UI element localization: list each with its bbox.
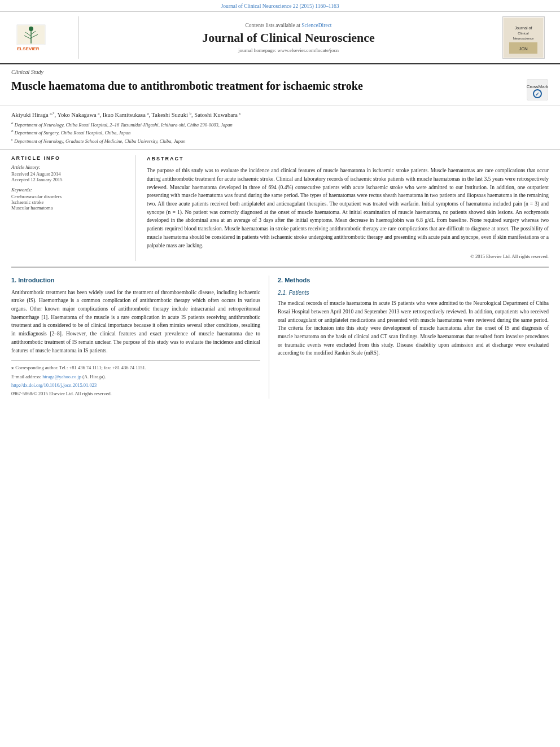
- affiliations: a Department of Neurology, Chiba Rosai H…: [11, 120, 549, 145]
- section2-subsection: 2.1. Patients: [278, 289, 549, 298]
- author-suzuki: Takeshi Suzuki b: [152, 112, 191, 118]
- section2-text: The medical records of muscle haematoma …: [278, 299, 549, 357]
- journal-name: Journal of Clinical Neuroscience: [202, 30, 375, 45]
- svg-text:Clinical: Clinical: [518, 32, 528, 35]
- body-section: 1. Introduction Antithrombotic treatment…: [11, 267, 549, 399]
- journal-header: ELSEVIER Contents lists available at Sci…: [0, 12, 560, 64]
- footnote-issn: 0967-5868/© 2015 Elsevier Ltd. All right…: [11, 390, 260, 397]
- footnote-area: ⁎ Corresponding author. Tel.: +81 436 74…: [11, 360, 260, 397]
- abstract-heading: ABSTRACT: [147, 155, 549, 163]
- svg-text:Journal of: Journal of: [515, 26, 532, 30]
- history-label: Article history:: [11, 164, 126, 170]
- svg-text:✓: ✓: [535, 91, 540, 97]
- footnote-email: E-mail address: hiraga@yahoo.co.jp (A. H…: [11, 373, 260, 381]
- author-kamitsukasa: Ikuo Kamitsukasa a: [103, 112, 149, 118]
- article-info-heading: ARTICLE INFO: [11, 155, 126, 161]
- journal-homepage: journal homepage: www.elsevier.com/locat…: [238, 47, 339, 53]
- sciencedirect-link[interactable]: ScienceDirect: [301, 23, 331, 28]
- accepted-date: Accepted 12 January 2015: [11, 177, 126, 182]
- section1-heading: 1. Introduction: [11, 276, 260, 285]
- keyword-3: Muscular haematoma: [11, 205, 126, 211]
- affiliation-c: c Department of Neurology, Graduate Scho…: [11, 137, 549, 145]
- author-kuwabara: Satoshi Kuwabara c: [194, 112, 240, 118]
- affiliation-b: b Department of Surgery, Chiba Rosai Hos…: [11, 128, 549, 137]
- footnote-corresponding: ⁎ Corresponding author. Tel.: +81 436 74…: [11, 364, 260, 372]
- journal-title-area: Contents lists available at ScienceDirec…: [79, 16, 498, 59]
- authors-line: Akiyuki Hiraga a,*, Yoko Nakagawa a, Iku…: [11, 111, 549, 118]
- publisher-logo-area: ELSEVIER: [6, 16, 79, 59]
- received-date: Received 24 August 2014: [11, 171, 126, 177]
- article-info-column: ARTICLE INFO Article history: Received 2…: [11, 155, 135, 260]
- crossmark-badge: CrossMark ✓: [526, 78, 549, 101]
- main-content: ARTICLE INFO Article history: Received 2…: [0, 149, 560, 399]
- journal-logo: Journal of Clinical Neuroscience JCN: [502, 16, 545, 59]
- elsevier-logo: ELSEVIER: [14, 22, 65, 53]
- copyright-line: © 2015 Elsevier Ltd. All rights reserved…: [147, 253, 549, 260]
- keyword-1: Cerebrovascular disorders: [11, 194, 126, 199]
- footnote-doi: http://dx.doi.org/10.1016/j.jocn.2015.01…: [11, 382, 260, 389]
- svg-text:CrossMark: CrossMark: [527, 84, 548, 89]
- contents-text: Contents lists available at: [245, 23, 301, 28]
- article-title-section: Muscle haematoma due to antithrombotic t…: [0, 76, 560, 106]
- article-type-label: Clinical Study: [0, 64, 560, 76]
- journal-citation-bar: Journal of Clinical Neuroscience 22 (201…: [0, 0, 560, 12]
- authors-section: Akiyuki Hiraga a,*, Yoko Nakagawa a, Iku…: [0, 106, 560, 149]
- journal-logo-area: Journal of Clinical Neuroscience JCN: [498, 16, 549, 59]
- footnote-email-link[interactable]: hiraga@yahoo.co.jp: [42, 374, 81, 379]
- info-abstract-section: ARTICLE INFO Article history: Received 2…: [11, 150, 549, 267]
- body-right-column: 2. Methods 2.1. Patients The medical rec…: [269, 276, 549, 399]
- svg-point-7: [29, 27, 33, 31]
- svg-text:JCN: JCN: [519, 46, 528, 51]
- author-hiraga: Akiyuki Hiraga a,*: [11, 112, 55, 118]
- section1-text: Antithrombotic treatment has been widely…: [11, 289, 260, 355]
- section2-heading: 2. Methods: [278, 276, 549, 285]
- keywords-label: Keywords:: [11, 187, 126, 193]
- contents-available-line: Contents lists available at ScienceDirec…: [245, 23, 331, 28]
- doi-link[interactable]: http://dx.doi.org/10.1016/j.jocn.2015.01…: [11, 382, 97, 388]
- body-left-column: 1. Introduction Antithrombotic treatment…: [11, 276, 269, 399]
- journal-citation-text: Journal of Clinical Neuroscience 22 (201…: [221, 3, 339, 9]
- abstract-column: ABSTRACT The purpose of this study was t…: [135, 155, 549, 260]
- abstract-text: The purpose of this study was to evaluat…: [147, 167, 549, 250]
- keyword-2: Ischaemic stroke: [11, 199, 126, 205]
- author-nakagawa: Yoko Nakagawa a: [57, 112, 99, 118]
- affiliation-a: a Department of Neurology, Chiba Rosai H…: [11, 120, 549, 129]
- svg-text:Neuroscience: Neuroscience: [513, 37, 534, 40]
- article-title: Muscle haematoma due to antithrombotic t…: [11, 78, 526, 93]
- svg-text:ELSEVIER: ELSEVIER: [17, 46, 40, 51]
- keywords-section: Keywords: Cerebrovascular disorders Isch…: [11, 187, 126, 211]
